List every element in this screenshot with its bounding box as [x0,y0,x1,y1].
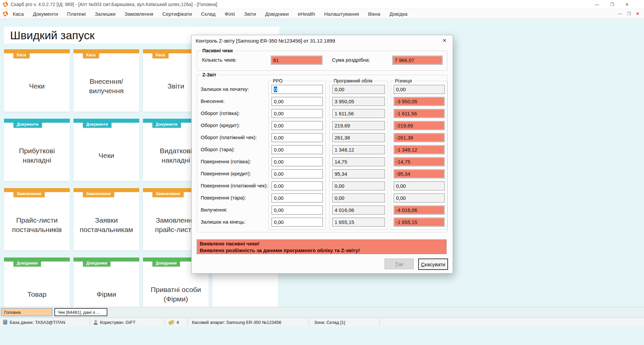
menu-item-платежі[interactable]: Платежі [67,11,86,17]
quick-launch-tile-2-1[interactable]: Заявки постачальникамЗамовлення [73,188,139,250]
database-icon [3,320,8,325]
difference-value: -14,75 [394,157,445,166]
menu-item-каса[interactable]: Каса [13,11,24,17]
warning-banner: Виявлено пасивні чеки!Виявлено розбіжніс… [197,239,447,254]
tile-body: Внесення/вилучення [73,53,139,112]
passive-checks-group-label: Пасивні чеки [201,48,235,53]
rro-input[interactable]: 0,00 [271,109,323,118]
menu-item-ehealth[interactable]: eHealth [298,11,315,17]
difference-value: -1 348,12 [394,145,445,154]
tile-body: Прайс-листи постачальників [4,192,70,250]
tile-label: Прибуткові накладні [6,133,68,178]
program-column-label: Програмний облік [332,78,374,83]
menu-item-звіти[interactable]: Звіти [244,11,256,17]
difference-value: 0,00 [394,181,445,190]
rro-input[interactable]: 0,00 [271,181,323,190]
retail-sum-value: 7 966,07 [392,56,443,65]
rro-input[interactable]: 0 [271,85,323,94]
rro-input[interactable]: 0,00 [271,97,323,106]
menu-item-сертифікати[interactable]: Сертифікати [162,11,192,17]
menu-item-залишки[interactable]: Залишки [95,11,116,17]
menu-item-довідка[interactable]: Довідка [389,11,407,17]
program-value: 261,38 [332,133,385,142]
z-report-group-label: Z-Звіт [201,72,218,77]
rro-input[interactable]: 0,00 [271,193,323,203]
difference-value: -261,38 [394,133,445,142]
menu-item-вікна[interactable]: Вікна [368,11,381,17]
quick-launch-tile-0-0[interactable]: ЧекиКаса [4,49,70,112]
status-cash-register: Касовий апарат: Samsung ER-350 №123456 [192,320,281,325]
status-database: База даних: TASA3@TITAN [10,320,65,325]
tile-category-badge: Замовлення [13,190,45,197]
rro-input[interactable]: 0,00 [271,145,323,154]
menu-item-довідники[interactable]: Довідники [265,11,289,17]
z-row-label: Залишок на початку: [201,84,268,94]
document-tabstrip: Головна Чек [64481], дані о ... [0,307,644,318]
menu-item-документи[interactable]: Документи [33,11,58,17]
z-row-label: Оборот (тара): [201,145,268,154]
tab-holovna[interactable]: Головна [1,308,52,316]
restore-icon[interactable]: ❐ [604,0,620,9]
mdi-restore-icon[interactable]: ❐ [625,11,633,16]
page-title: Швидкий запуск [10,29,95,42]
app-logo-icon [3,2,8,7]
menu-item-налаштування[interactable]: Налаштування [324,11,359,17]
difference-value: -95,34 [394,169,445,178]
program-value: 3 950,05 [332,97,385,106]
menu-bar: КасаДокументиПлатежіЗалишкиЗамовленняСер… [0,9,644,19]
rro-input[interactable]: 0,00 [271,133,323,142]
mdi-minimize-icon[interactable]: — [616,11,625,16]
dialog-titlebar: Контроль Z-звіту [Samsung ER-350 №123456… [192,35,453,46]
difference-value: -3 950,05 [394,97,445,106]
cancel-button[interactable]: Скасувати [418,258,448,270]
program-value: 4 016,06 [332,206,385,215]
rro-column-label: РРО [271,78,284,83]
menu-item-замовлення[interactable]: Замовлення [125,11,153,17]
z-row-label: Повернення (платіжний чек): [201,181,268,190]
z-row-label: Залишок на кінець: [201,217,268,226]
program-value: 219,69 [332,121,385,130]
program-value: 0,00 [332,85,385,94]
tab-check[interactable]: Чек [64481], дані о ... [54,308,107,316]
tile-category-badge: Довідники [83,260,110,267]
rro-input[interactable]: 0,00 [271,157,323,166]
difference-column-panel: Різниця 0,00-3 950,05-1 611,56-219,69-26… [391,81,448,230]
tile-body: Чеки [4,53,70,112]
app-logo-icon [3,11,8,16]
z-row-label: Повернення (тара): [201,193,268,202]
difference-value: -1 655,15 [394,218,445,227]
rro-input[interactable]: 0,00 [271,121,323,130]
minimize-icon[interactable]: — [589,0,604,9]
yes-button[interactable]: Так [385,258,414,269]
program-value: 0,00 [332,193,385,203]
z-row-label: Оборот (платіжний чек): [201,133,268,142]
tile-category-badge: Довідники [152,260,180,267]
rro-input[interactable]: 0,00 [271,206,323,215]
menu-item-філії[interactable]: Філії [225,11,235,17]
menu-item-склад[interactable]: Склад [201,11,215,17]
rro-input[interactable]: 0,00 [271,218,323,227]
z-row-label: Повернення (кредит): [201,169,268,178]
warning-line: Виявлено пасивні чеки! [200,240,444,247]
coins-icon [168,320,175,325]
close-icon[interactable]: ✕ [620,0,635,9]
z-row-label: Повернення (готівка): [201,157,268,166]
z-row-label: Внесення: [201,97,268,106]
tile-category-badge: Документи [152,121,181,128]
quick-launch-tile-1-1[interactable]: ЧекиДокументи [73,119,139,181]
program-value: 95,34 [332,169,385,178]
tile-category-badge: Довідники [13,260,41,267]
status-zone: Зона: Склад [1] [314,320,345,325]
window-titlebar: Скарб pro v. 4.0.2.72 [ІД: 969] - [Апт №… [0,0,644,9]
rro-input[interactable]: 0,00 [271,169,323,178]
mdi-close-icon[interactable]: ✕ [633,11,642,16]
program-value: 14,75 [332,157,385,166]
tile-body: Заявки постачальникам [73,192,139,250]
check-count-value: 61 [271,56,323,65]
tile-category-badge: Замовлення [83,190,114,197]
quick-launch-tile-1-0[interactable]: Прибуткові накладніДокументи [4,119,70,181]
quick-launch-tile-0-1[interactable]: Внесення/вилученняКаса [73,49,139,112]
dialog-close-icon[interactable]: ✕ [437,36,452,45]
status-user: Користувач: GIFT [100,320,136,325]
quick-launch-tile-2-0[interactable]: Прайс-листи постачальниківЗамовлення [4,188,70,250]
